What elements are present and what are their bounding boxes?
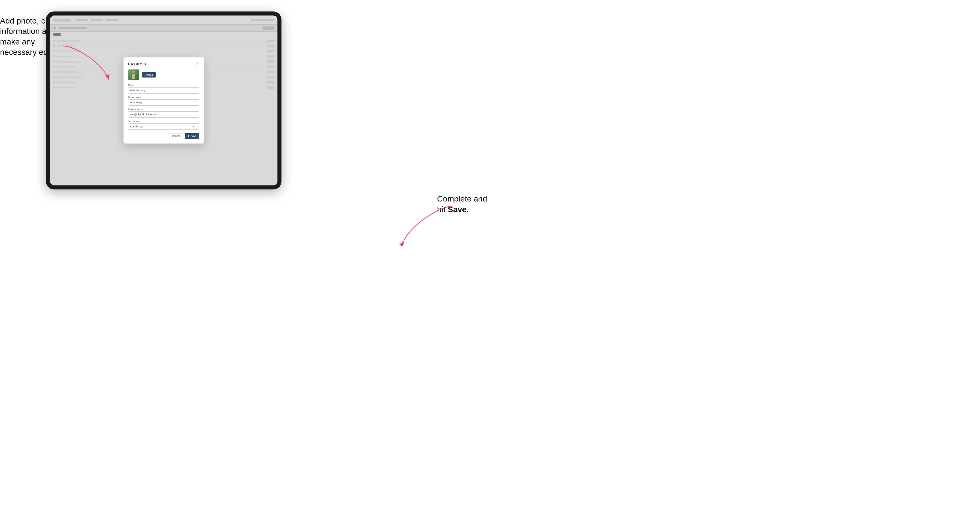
annotation-right: Complete and hit Save.: [437, 194, 487, 215]
school-year-select[interactable]: Fourth Year: [128, 124, 199, 130]
school-year-clear-icon[interactable]: ×: [193, 125, 194, 128]
cancel-button[interactable]: Cancel: [169, 133, 183, 139]
photo-section: Upload: [128, 70, 199, 80]
upload-photo-button[interactable]: Upload: [142, 72, 156, 78]
school-year-chevron-icon[interactable]: ⌄: [196, 125, 198, 128]
modal-title: User details: [128, 62, 146, 66]
save-label: Save: [191, 135, 196, 138]
modal-overlay: User details × Upload Name: [50, 16, 277, 186]
modal-header: User details ×: [128, 62, 199, 66]
modal-close-button[interactable]: ×: [195, 62, 199, 66]
tablet-screen: User details × Upload Name: [50, 16, 277, 186]
tablet-device: User details × Upload Name: [46, 11, 282, 189]
photo-figure-body: [132, 74, 135, 79]
school-year-label: School Year: [128, 120, 199, 122]
email-input[interactable]: [128, 111, 199, 118]
save-icon: ⬆: [188, 135, 189, 138]
name-field-group: Name: [128, 84, 199, 94]
profile-photo-thumbnail: [128, 70, 139, 80]
user-details-modal: User details × Upload Name: [124, 57, 204, 143]
name-input[interactable]: [128, 87, 199, 94]
email-field-group: Email address: [128, 108, 199, 118]
display-name-input[interactable]: [128, 99, 199, 106]
school-year-field-group: School Year Fourth Year × ⌄: [128, 120, 199, 130]
save-button[interactable]: ⬆ Save: [185, 133, 199, 139]
name-label: Name: [128, 84, 199, 86]
modal-footer: Cancel ⬆ Save: [128, 133, 199, 139]
photo-figure-head: [132, 71, 135, 73]
display-name-label: Display name: [128, 96, 199, 98]
email-label: Email address: [128, 108, 199, 111]
profile-photo-image: [128, 70, 139, 80]
school-year-value: Fourth Year: [130, 125, 143, 128]
school-year-select-wrapper: Fourth Year × ⌄: [128, 124, 199, 130]
display-name-field-group: Display name: [128, 96, 199, 106]
